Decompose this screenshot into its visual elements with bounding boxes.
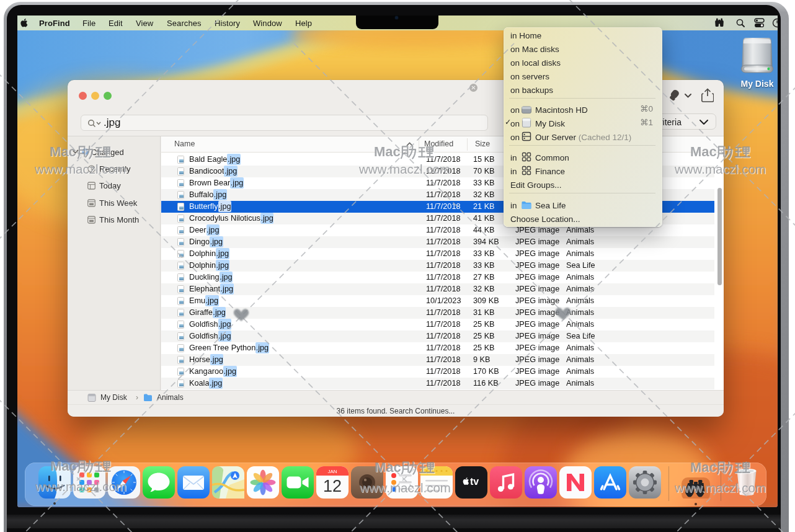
svg-text:tv: tv	[470, 476, 479, 487]
svg-text:JAN: JAN	[327, 469, 337, 474]
svg-text:12: 12	[323, 477, 342, 495]
